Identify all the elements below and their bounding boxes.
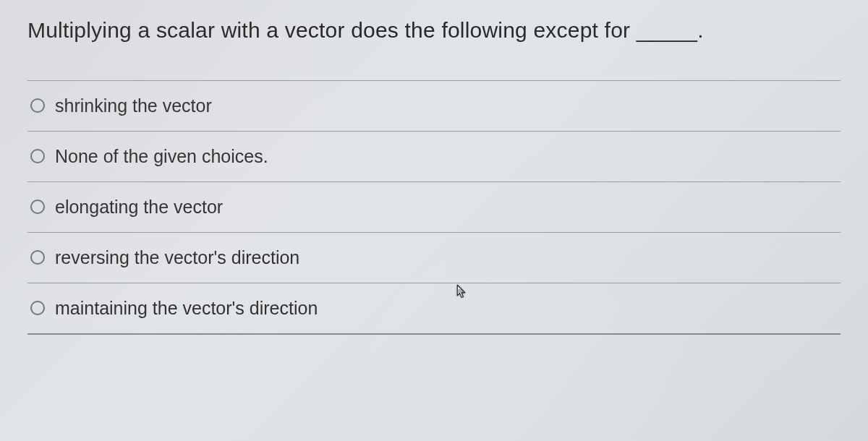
question-text: Multiplying a scalar with a vector does …: [27, 16, 841, 80]
option-label: shrinking the vector: [55, 95, 212, 116]
option-label: None of the given choices.: [55, 146, 268, 167]
option-row-shrinking[interactable]: shrinking the vector: [27, 81, 841, 132]
options-list: shrinking the vector None of the given c…: [27, 80, 841, 335]
option-row-maintaining[interactable]: maintaining the vector's direction: [27, 283, 841, 335]
radio-icon[interactable]: [30, 200, 45, 214]
option-label: reversing the vector's direction: [55, 247, 299, 268]
option-label: maintaining the vector's direction: [55, 298, 318, 319]
option-label: elongating the vector: [55, 197, 223, 218]
radio-icon[interactable]: [30, 149, 45, 163]
option-row-elongating[interactable]: elongating the vector: [27, 182, 841, 233]
option-row-reversing[interactable]: reversing the vector's direction: [27, 233, 841, 283]
radio-icon[interactable]: [30, 98, 45, 113]
option-row-none[interactable]: None of the given choices.: [27, 132, 841, 182]
quiz-question-block: Multiplying a scalar with a vector does …: [0, 0, 868, 335]
radio-icon[interactable]: [30, 250, 45, 265]
radio-icon[interactable]: [30, 301, 45, 315]
